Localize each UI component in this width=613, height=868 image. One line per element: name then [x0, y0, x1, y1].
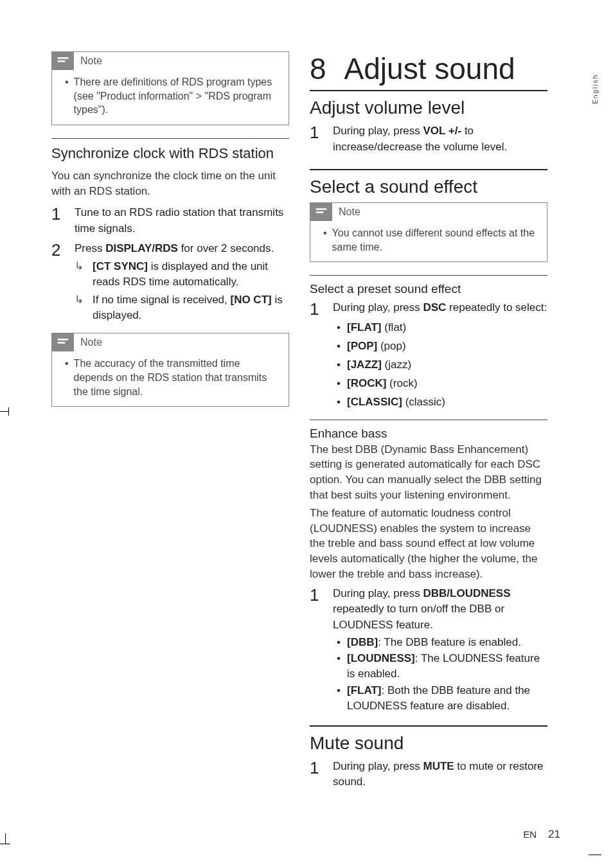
list-item: [LOUDNESS]: The LOUDNESS feature is enab…: [347, 651, 547, 682]
res-bold: [FLAT]: [347, 684, 382, 696]
step-text-pre: Press: [75, 242, 105, 254]
step-post: repeatedly to select:: [446, 301, 547, 314]
note-box: Note You cannot use different sound effe…: [310, 202, 547, 262]
bass-results-list: [DBB]: The DBB feature is enabled. [LOUD…: [333, 635, 547, 714]
step-2: 2 Press DISPLAY/RDS for over 2 seconds. …: [51, 241, 289, 324]
step-1: 1 Tune to an RDS radio station that tran…: [51, 205, 289, 236]
chapter-heading: 8 Adjust sound: [310, 51, 547, 86]
step-pre: During play, press: [333, 587, 423, 599]
res-bold: [LOUDNESS]: [347, 652, 415, 664]
result-bold: [CT SYNC]: [93, 260, 148, 272]
list-item: [CLASSIC] (classic): [347, 393, 547, 412]
bass-step-1: 1 During play, press DBB/LOUDNESS repeat…: [310, 586, 547, 715]
step-text-post: for over 2 seconds.: [178, 242, 274, 254]
res-text: : The DBB feature is enabled.: [378, 636, 521, 648]
step-bold: MUTE: [423, 760, 454, 772]
opt-bold: [ROCK]: [347, 377, 386, 389]
step-pre: During play, press: [333, 301, 423, 314]
svg-rect-3: [58, 339, 69, 341]
mute-step-1: 1 During play, press MUTE to mute or res…: [310, 759, 547, 790]
opt-bold: [POP]: [347, 340, 377, 352]
heading-preset-effect: Select a preset sound effect: [310, 282, 547, 296]
step-pre: During play, press: [333, 125, 423, 137]
opt-text: (pop): [377, 340, 405, 352]
step-number: 1: [310, 300, 323, 414]
note-text: You cannot use different sound effects a…: [332, 226, 538, 254]
list-item: [POP] (pop): [347, 337, 547, 356]
crop-mark: [0, 411, 9, 412]
page-footer: EN 21: [523, 828, 560, 841]
opt-text: (flat): [382, 321, 407, 333]
step-text-bold: DISPLAY/RDS: [105, 242, 178, 254]
opt-bold: [JAZZ]: [347, 359, 382, 371]
result-2: ↳ If no time signal is received, [NO CT]…: [75, 292, 289, 323]
list-item: [FLAT] (flat): [347, 319, 547, 337]
step-bold: DBB/LOUDNESS: [423, 587, 510, 599]
opt-text: (rock): [386, 377, 417, 389]
res-bold: [DBB]: [347, 636, 378, 648]
note-text: There are definitions of RDS program typ…: [74, 75, 280, 117]
footer-page-number: 21: [548, 828, 560, 841]
footer-lang: EN: [523, 829, 537, 840]
preset-options-list: [FLAT] (flat) [POP] (pop) [JAZZ] (jazz) …: [333, 319, 547, 411]
note-text: The accuracy of the transmitted time dep…: [74, 357, 280, 398]
note-label: Note: [80, 55, 102, 67]
note-icon: [310, 203, 332, 221]
opt-bold: [FLAT]: [347, 321, 382, 333]
opt-text: (jazz): [382, 359, 411, 371]
heading-mute-sound: Mute sound: [310, 733, 547, 754]
note-box: Note The accuracy of the transmitted tim…: [51, 333, 289, 407]
svg-rect-5: [316, 208, 327, 210]
step-pre: During play, press: [333, 760, 423, 772]
step-number: 2: [51, 241, 64, 324]
opt-bold: [CLASSIC]: [347, 396, 402, 408]
result-arrow-icon: ↳: [75, 259, 86, 290]
note-box: Note There are definitions of RDS progra…: [51, 51, 289, 125]
step-bold: DSC: [423, 301, 446, 314]
step-post: repeatedly to turn on/off the DBB or LOU…: [333, 603, 504, 631]
result-bold: [NO CT]: [230, 294, 271, 306]
heading-sync-clock: Synchronize clock with RDS station: [51, 145, 289, 162]
bass-paragraph-2: The feature of automatic loudness contro…: [310, 506, 547, 582]
opt-text: (classic): [402, 396, 445, 408]
crop-mark: [589, 855, 601, 855]
svg-rect-4: [58, 342, 66, 344]
language-tab: English: [592, 74, 599, 104]
heading-adjust-volume: Adjust volume level: [310, 98, 547, 118]
bass-paragraph-1: The best DBB (Dynamic Bass Enhancement) …: [310, 442, 547, 503]
result-pre: If no time signal is received,: [93, 294, 230, 306]
step-number: 1: [310, 123, 323, 155]
note-icon: [52, 52, 74, 70]
result-arrow-icon: ↳: [75, 292, 86, 323]
list-item: [JAZZ] (jazz): [347, 356, 547, 375]
note-label: Note: [339, 206, 360, 218]
result-1: ↳ [CT SYNC] is displayed and the unit re…: [75, 259, 289, 290]
list-item: [ROCK] (rock): [347, 375, 547, 393]
volume-step-1: 1 During play, press VOL +/- to increase…: [310, 123, 547, 155]
chapter-number: 8: [310, 51, 326, 86]
list-item: [DBB]: The DBB feature is enabled.: [347, 635, 547, 650]
svg-rect-0: [58, 57, 69, 59]
note-icon: [52, 333, 74, 351]
sync-intro: You can synchronize the clock time on th…: [51, 168, 289, 199]
heading-select-effect: Select a sound effect: [310, 177, 547, 197]
svg-rect-1: [58, 60, 66, 62]
step-number: 1: [310, 759, 323, 790]
step-number: 1: [51, 205, 64, 236]
step-bold: VOL +/-: [423, 125, 461, 137]
step-number: 1: [310, 586, 323, 715]
note-label: Note: [80, 337, 102, 348]
svg-rect-6: [316, 211, 324, 213]
preset-step-1: 1 During play, press DSC repeatedly to s…: [310, 300, 547, 414]
step-text: Tune to an RDS radio station that transm…: [75, 205, 289, 236]
list-item: [FLAT]: Both the DBB feature and the LOU…: [347, 683, 547, 714]
heading-enhance-bass: Enhance bass: [310, 427, 547, 441]
chapter-title: Adjust sound: [344, 51, 515, 86]
